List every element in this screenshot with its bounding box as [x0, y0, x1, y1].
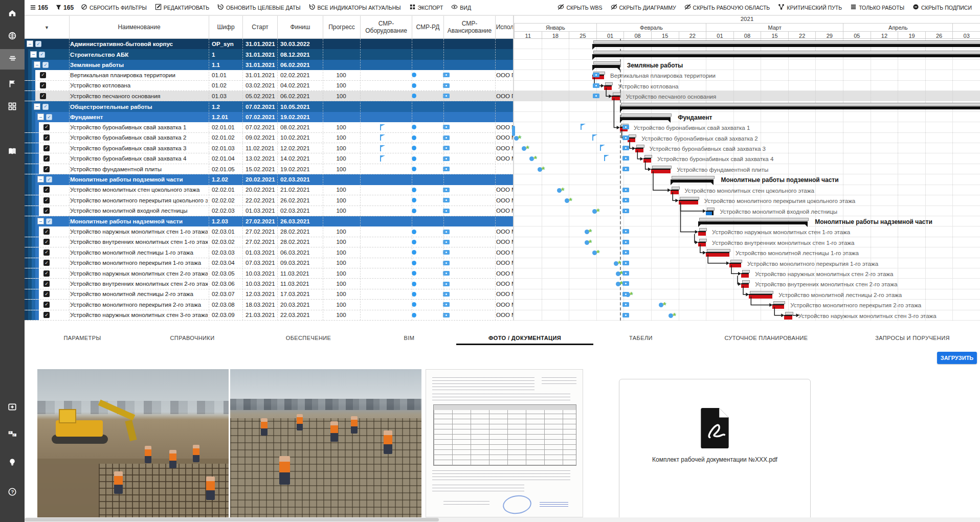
row-checkbox[interactable]: ✓ — [40, 82, 46, 88]
collapse-toggle[interactable]: − — [37, 218, 44, 224]
tab-суточное-планирование[interactable]: СУТОЧНОЕ ПЛАНИРОВАНИЕ — [724, 335, 808, 341]
row-checkbox[interactable]: ✓ — [43, 260, 50, 266]
table-row[interactable]: −✓Фундамент1.2.0107.02.202119.02.2021 — [25, 112, 514, 122]
sidebar-item-help[interactable]: ? — [0, 483, 25, 503]
gantt-summary-bar[interactable] — [592, 54, 980, 57]
table-row[interactable]: ✓Устройство внутренних монолитных стен 2… — [25, 279, 514, 289]
gantt-summary-bar[interactable] — [671, 179, 714, 183]
sidebar-item-ideas[interactable] — [0, 453, 25, 473]
toolbar-button-скрыть-wbs[interactable]: СКРЫТЬ WBS — [558, 4, 602, 11]
tab-запросы-и-поручения[interactable]: ЗАПРОСЫ И ПОРУЧЕНИЯ — [875, 335, 950, 341]
gantt-task-bar[interactable] — [698, 231, 706, 236]
sidebar-item-sort[interactable]: AZ — [0, 424, 25, 445]
gantt-summary-bar[interactable] — [698, 221, 808, 224]
table-row[interactable]: ✓Устройство монолитной лестницы 1-го эта… — [25, 247, 514, 258]
table-row[interactable]: ✓Устройство буронабивных свай захватка 3… — [25, 143, 514, 153]
table-row[interactable]: ✓Устройство внутренних монолитных стен 1… — [25, 237, 514, 247]
row-checkbox[interactable]: ✓ — [40, 72, 46, 78]
row-checkbox[interactable]: ✓ — [46, 218, 52, 224]
toolbar-button-сбросить-фильтры[interactable]: СБРОСИТЬ ФИЛЬТРЫ — [81, 4, 147, 11]
toolbar-button-экспорт[interactable]: ЭКСПОРТ — [409, 4, 443, 11]
collapse-toggle[interactable]: − — [37, 114, 44, 120]
photo-thumbnail-1[interactable] — [37, 369, 229, 522]
row-checkbox[interactable]: ✓ — [43, 187, 50, 193]
table-row[interactable]: ✓Устройство фундаментной плиты02.01.0515… — [25, 164, 514, 174]
row-checkbox[interactable]: ✓ — [40, 93, 46, 99]
table-row[interactable]: ✓Устройство монолитного перекрытия 1-го … — [25, 258, 514, 268]
tab-фото-документация[interactable]: ФОТО / ДОКУМЕНТАЦИЯ — [488, 335, 561, 341]
collapse-toggle[interactable]: − — [30, 51, 37, 58]
table-row[interactable]: ✓Устройство монолитного перекрытия цокол… — [25, 195, 514, 206]
collapse-toggle[interactable]: − — [34, 61, 40, 68]
gantt-task-bar[interactable] — [612, 96, 619, 100]
tab-параметры[interactable]: ПАРАМЕТРЫ — [63, 335, 101, 341]
table-row[interactable]: ✓Устройство монолитных стен цокольного э… — [25, 185, 514, 195]
table-row[interactable]: ✓Устройство монолитной лестницы 2-го эта… — [25, 289, 514, 300]
gantt-task-bar[interactable] — [698, 242, 706, 246]
toolbar-button-обновить-целевые-даты[interactable]: ОБНОВИТЬ ЦЕЛЕВЫЕ ДАТЫ — [217, 4, 300, 11]
row-checkbox[interactable]: ✓ — [43, 197, 50, 203]
table-row[interactable]: ✓Устройство песчаного основания01.0305.0… — [25, 91, 514, 101]
tab-обеспечение[interactable]: ОБЕСПЕЧЕНИЕ — [286, 335, 331, 341]
gantt-summary-bar[interactable] — [592, 44, 980, 47]
row-checkbox[interactable]: ✓ — [42, 62, 49, 68]
document-scan-thumbnail[interactable] — [426, 369, 583, 517]
toolbar-button-критический-путь[interactable]: КРИТИЧЕСКИЙ ПУТЬ — [778, 4, 842, 11]
row-checkbox[interactable]: ✓ — [43, 312, 50, 318]
table-row[interactable]: ✓Устройство наружных монолитных стен 2-г… — [25, 268, 514, 279]
row-checkbox[interactable]: ✓ — [43, 249, 50, 256]
table-row[interactable]: ✓Устройство наружных монолитных стен 1-г… — [25, 226, 514, 237]
row-checkbox[interactable]: ✓ — [46, 114, 52, 120]
toolbar-button-только-работы[interactable]: ТОЛЬКО РАБОТЫ — [850, 4, 904, 11]
column-header-0[interactable]: ▼ — [25, 16, 69, 39]
table-row[interactable]: ✓Устройство наружных монолитных стен 3-г… — [25, 310, 514, 321]
gantt-task-bar[interactable] — [772, 304, 784, 309]
row-checkbox[interactable]: ✓ — [43, 155, 50, 162]
table-row[interactable]: ✓Устройство котлована01.0203.02.202104.0… — [25, 81, 514, 91]
gantt-task-bar[interactable] — [706, 252, 729, 257]
table-row[interactable]: −✓Монолитные работы надземной части1.2.0… — [25, 216, 514, 226]
gantt-task-bar[interactable] — [784, 315, 792, 320]
sidebar-item-schedule[interactable] — [0, 49, 25, 70]
splitter-handle[interactable] — [512, 126, 515, 136]
table-row[interactable]: ✓Устройство буронабивных свай захватка 1… — [25, 122, 514, 132]
row-checkbox[interactable]: ✓ — [43, 208, 50, 214]
toolbar-button-все-индикаторы-актуальны[interactable]: ВСЕ ИНДИКАТОРЫ АКТУАЛЬНЫ — [309, 4, 401, 11]
table-row[interactable]: ✓Вертикальная планировка территории01.01… — [25, 70, 514, 80]
gantt-task-bar[interactable] — [651, 169, 671, 173]
gantt-task-bar[interactable] — [749, 294, 772, 299]
table-row[interactable]: −✓Общестроительные работы1.207.02.202110… — [25, 101, 514, 111]
gantt-task-bar[interactable] — [643, 158, 651, 163]
photo-thumbnail-2[interactable] — [230, 369, 421, 522]
row-checkbox[interactable]: ✓ — [43, 281, 50, 287]
upload-button[interactable]: ЗАГРУЗИТЬ — [937, 352, 977, 364]
row-checkbox[interactable]: ✓ — [35, 41, 41, 47]
gantt-task-bar[interactable] — [671, 190, 678, 194]
table-row[interactable]: −✓Земляные работы1.131.01.202106.02.2021 — [25, 60, 514, 70]
row-checkbox[interactable]: ✓ — [43, 302, 50, 308]
table-row[interactable]: −✓Строительство АБК131.01.202108.12.2021 — [25, 49, 514, 59]
sidebar-item-docs[interactable] — [0, 142, 25, 163]
sidebar-item-globe[interactable] — [0, 27, 25, 47]
row-checkbox[interactable]: ✓ — [46, 176, 52, 183]
table-gantt-splitter[interactable] — [513, 15, 514, 321]
table-row[interactable]: −✓Административно-бытовой корпусOP_syn31… — [25, 39, 514, 49]
collapse-toggle[interactable]: − — [37, 176, 44, 183]
row-checkbox[interactable]: ✓ — [43, 124, 50, 130]
sidebar-item-add[interactable] — [0, 398, 25, 418]
toolbar-button-скрыть-диаграмму[interactable]: СКРЫТЬ ДИАГРАММУ — [611, 4, 676, 11]
collapse-toggle[interactable]: − — [34, 103, 40, 110]
table-row[interactable]: −✓Монолитные работы подземной части1.2.0… — [25, 174, 514, 185]
tab-табели[interactable]: ТАБЕЛИ — [629, 335, 653, 341]
toolbar-button-скрыть-подписи[interactable]: СКРЫТЬ ПОДПИСИ — [912, 4, 972, 11]
row-checkbox[interactable]: ✓ — [39, 52, 45, 58]
table-row[interactable]: ✓Устройство буронабивных свай захватка 2… — [25, 133, 514, 143]
sidebar-item-modules[interactable] — [0, 97, 25, 118]
tab-справочники[interactable]: СПРАВОЧНИКИ — [170, 335, 215, 341]
table-row[interactable]: ✓Устройство монолитной входной лестницы0… — [25, 206, 514, 216]
gantt-summary-bar[interactable] — [620, 106, 980, 109]
row-checkbox[interactable]: ✓ — [42, 104, 49, 110]
gantt-task-bar[interactable] — [635, 148, 643, 152]
gantt-summary-bar[interactable] — [592, 65, 620, 68]
tab-bim[interactable]: BIM — [404, 335, 415, 341]
